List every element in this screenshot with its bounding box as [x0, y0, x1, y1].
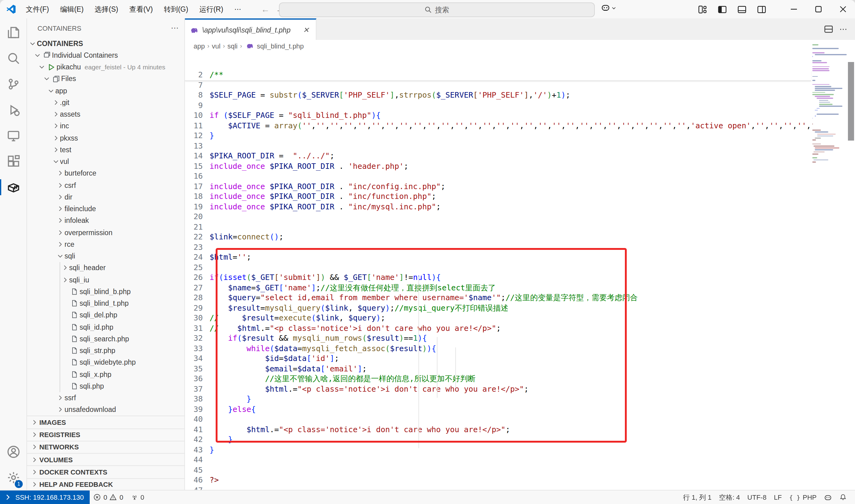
menu-s[interactable]: 选择(S) — [90, 3, 123, 16]
section-registries[interactable]: REGISTRIES — [27, 428, 184, 441]
problems-indicator[interactable]: 0 0 — [90, 490, 127, 504]
nav-back-icon[interactable]: ← — [261, 4, 270, 14]
code-line-16[interactable]: 16 — [185, 171, 811, 181]
code-line-28[interactable]: 28 $query="select id,email from member w… — [185, 293, 811, 303]
remote-indicator[interactable]: SSH: 192.168.173.130 — [0, 490, 90, 504]
code-line-31[interactable]: 31// $html.="<p class='notice'>i don't c… — [185, 323, 811, 334]
code-line-22[interactable]: 22$link=connect(); — [185, 232, 811, 242]
section-volumes[interactable]: VOLUMES — [27, 453, 184, 466]
code-line-11[interactable]: 11 $ACTIVE = array('','','','','','','',… — [185, 121, 811, 131]
code-line-7[interactable]: 7 — [185, 80, 811, 90]
sidebar-item-app[interactable]: app — [27, 85, 184, 97]
sidebar-item-csrf[interactable]: csrf — [27, 179, 184, 191]
menu-r[interactable]: 运行(R) — [194, 3, 228, 16]
code-line-20[interactable]: 20 — [185, 212, 811, 222]
tab-sqli-blind-t-php[interactable]: \app\vul\sqli\sqli_blind_t.php ✕ — [185, 18, 316, 40]
sidebar-item-vul[interactable]: vul — [27, 156, 184, 167]
sidebar-item-pikachu[interactable]: pikachueager_feistel - Up 4 minutes — [27, 61, 184, 73]
code-line-26[interactable]: 26if(isset($_GET['submit']) && $_GET['na… — [185, 273, 811, 283]
activity-settings-icon[interactable]: 1 — [0, 465, 27, 490]
sidebar-item-sqli[interactable]: sqli — [27, 250, 184, 262]
minimap[interactable] — [811, 40, 847, 490]
activity-run-debug-icon[interactable] — [0, 97, 27, 123]
sidebar-item-sqli-header[interactable]: sqli_header — [27, 262, 184, 274]
activity-source-control-icon[interactable] — [0, 71, 27, 97]
sidebar-item-sqli-x-php[interactable]: sqli_x.php — [27, 368, 184, 380]
code-line-17[interactable]: 17include_once $PIKA_ROOT_DIR . "inc/con… — [185, 181, 811, 192]
language-mode[interactable]: { }PHP — [786, 490, 820, 504]
code-line-40[interactable]: 40 — [185, 414, 811, 425]
sidebar-item-ssrf[interactable]: ssrf — [27, 392, 184, 404]
scrollbar-thumb[interactable] — [848, 62, 854, 141]
code-line-39[interactable]: 39 }else{ — [185, 404, 811, 414]
section-docker-contexts[interactable]: DOCKER CONTEXTS — [27, 466, 184, 478]
sidebar-item-burteforce[interactable]: burteforce — [27, 167, 184, 180]
customize-layout-icon[interactable] — [694, 2, 710, 17]
activity-account-icon[interactable] — [0, 439, 27, 465]
menu-f[interactable]: 文件(F) — [21, 3, 54, 16]
cursor-position[interactable]: 行 1, 列 1 — [679, 490, 715, 504]
sidebar-item-overpermission[interactable]: overpermission — [27, 227, 184, 238]
code-line-38[interactable]: 38 } — [185, 394, 811, 404]
indentation-setting[interactable]: 空格: 4 — [715, 490, 744, 504]
sidebar-item-test[interactable]: test — [27, 144, 184, 156]
maximize-button[interactable] — [806, 0, 831, 18]
code-line-29[interactable]: 29 $result=mysqli_query($link, $query);/… — [185, 303, 811, 313]
sidebar-item-sqli-blind-t-php[interactable]: sqli_blind_t.php — [27, 298, 184, 309]
sidebar-item-sqli-widebyte-php[interactable]: sqli_widebyte.php — [27, 357, 184, 368]
breadcrumb-item[interactable]: sqli_blind_t.php — [257, 42, 304, 50]
code-line-9[interactable]: 9 — [185, 101, 811, 110]
code-line-46[interactable]: 46?> — [185, 475, 811, 485]
code-line-43[interactable]: 43} — [185, 445, 811, 455]
editor-more-actions-icon[interactable]: ⋯ — [839, 24, 848, 34]
sidebar-item-fileinclude[interactable]: fileinclude — [27, 203, 184, 215]
code-line-30[interactable]: 30// $result=execute($link, $query); — [185, 313, 811, 323]
section-networks[interactable]: NETWORKS — [27, 441, 184, 453]
code-line-36[interactable]: 36 //这里不管输入啥,返回的都是一样的信息,所以更加不好判断 — [185, 374, 811, 384]
breadcrumb-item[interactable]: sqli — [227, 42, 238, 50]
sidebar-item-sqli-php[interactable]: sqli.php — [27, 380, 184, 392]
split-editor-icon[interactable] — [824, 24, 833, 34]
activity-containers-icon[interactable] — [0, 174, 27, 200]
sidebar-item-sqli-del-php[interactable]: sqli_del.php — [27, 309, 184, 321]
code-line-42[interactable]: 42 } — [185, 435, 811, 445]
sidebar-item-pkxss[interactable]: pkxss — [27, 132, 184, 144]
code-line-23[interactable]: 23 — [185, 242, 811, 252]
breadcrumb-item[interactable]: app — [194, 42, 205, 50]
minimize-button[interactable] — [782, 0, 806, 18]
toggle-secondary-sidebar-icon[interactable] — [753, 2, 769, 17]
code-line-19[interactable]: 19include_once $PIKA_ROOT_DIR . "inc/mys… — [185, 202, 811, 212]
code-line-13[interactable]: 13 — [185, 141, 811, 151]
code-line-10[interactable]: 10if ($SELF_PAGE = "sqli_blind_t.php"){ — [185, 110, 811, 121]
sidebar-item-containers[interactable]: CONTAINERS — [27, 37, 184, 50]
command-center-search[interactable]: 搜索 — [279, 2, 595, 17]
menu-v[interactable]: 查看(V) — [124, 3, 158, 16]
activity-remote-explorer-icon[interactable] — [0, 123, 27, 148]
eol-setting[interactable]: LF — [770, 490, 786, 504]
sidebar-item-infoleak[interactable]: infoleak — [27, 215, 184, 227]
sidebar-item--git[interactable]: .git — [27, 97, 184, 109]
encoding-setting[interactable]: UTF-8 — [744, 490, 770, 504]
sidebar-item-assets[interactable]: assets — [27, 108, 184, 120]
menu-e[interactable]: 编辑(E) — [55, 3, 88, 16]
code-line-41[interactable]: 41 $html.="<p class='notice'>i don't car… — [185, 425, 811, 435]
code-line-21[interactable]: 21 — [185, 222, 811, 232]
sidebar-item-individual-containers[interactable]: Individual Containers — [27, 50, 184, 61]
code-line-33[interactable]: 33 while($data=mysqli_fetch_assoc($resul… — [185, 343, 811, 354]
editor-scrollbar[interactable] — [847, 40, 855, 490]
code-line-15[interactable]: 15include_once $PIKA_ROOT_DIR . 'header.… — [185, 161, 811, 171]
sticky-scroll-line[interactable]: 2/** — [185, 70, 811, 81]
toggle-panel-icon[interactable] — [734, 2, 750, 17]
menu-g[interactable]: 转到(G) — [159, 3, 193, 16]
sidebar-item-files[interactable]: Files — [27, 73, 184, 85]
sidebar-more-actions-icon[interactable]: ⋯ — [171, 23, 179, 33]
code-line-34[interactable]: 34 $id=$data['id']; — [185, 354, 811, 364]
section-help-and-feedback[interactable]: HELP AND FEEDBACK — [27, 478, 184, 490]
code-line-25[interactable]: 25 — [185, 263, 811, 273]
code-line-18[interactable]: 18include_once $PIKA_ROOT_DIR . "inc/fun… — [185, 192, 811, 202]
code-line-37[interactable]: 37 $html.="<p class='notice'>i don't car… — [185, 384, 811, 394]
sidebar-item-sqli-id-php[interactable]: sqli_id.php — [27, 321, 184, 333]
copilot-status[interactable] — [820, 490, 836, 504]
code-line-8[interactable]: 8$SELF_PAGE = substr($_SERVER['PHP_SELF'… — [185, 90, 811, 101]
ports-indicator[interactable]: 0 — [127, 490, 148, 504]
